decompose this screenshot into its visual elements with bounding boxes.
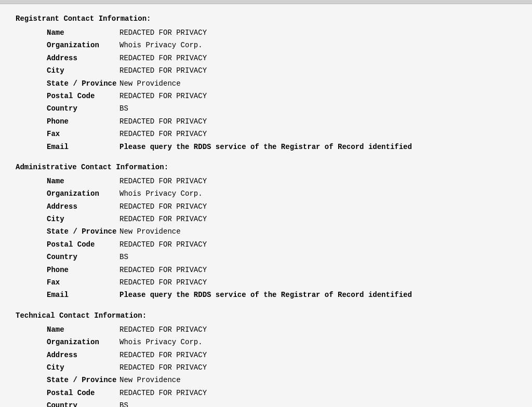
field-row: CityREDACTED FOR PRIVACY [16,65,516,76]
field-label-registrant-1: Organization [16,39,119,51]
field-row: CityREDACTED FOR PRIVACY [16,213,516,225]
field-label-administrative-7: Phone [16,264,119,276]
field-row: CountryBS [16,400,516,407]
field-row: Postal CodeREDACTED FOR PRIVACY [16,90,516,102]
field-value-administrative-1: Whois Privacy Corp. [119,188,203,199]
field-row: AddressREDACTED FOR PRIVACY [16,52,516,64]
field-row: NameREDACTED FOR PRIVACY [16,175,516,187]
field-value-registrant-5: REDACTED FOR PRIVACY [119,90,207,102]
page-container: Registrant Contact Information:NameREDAC… [0,0,532,407]
field-row: OrganizationWhois Privacy Corp. [16,39,516,51]
field-label-administrative-5: Postal Code [16,239,119,250]
field-row: CityREDACTED FOR PRIVACY [16,362,516,373]
content-area: Registrant Contact Information:NameREDAC… [0,4,532,407]
field-label-administrative-4: State / Province [16,226,119,237]
section-registrant: Registrant Contact Information:NameREDAC… [16,15,516,153]
field-value-administrative-9: Please query the RDDS service of the Reg… [119,289,412,301]
field-row: FaxREDACTED FOR PRIVACY [16,128,516,140]
field-value-registrant-8: REDACTED FOR PRIVACY [119,128,207,140]
field-row: State / ProvinceNew Providence [16,226,516,237]
field-row: EmailPlease query the RDDS service of th… [16,289,516,301]
field-value-technical-5: REDACTED FOR PRIVACY [119,387,207,399]
field-value-registrant-2: REDACTED FOR PRIVACY [119,52,207,64]
field-value-administrative-8: REDACTED FOR PRIVACY [119,277,207,288]
field-row: OrganizationWhois Privacy Corp. [16,188,516,199]
field-label-registrant-9: Email [16,141,119,153]
field-label-registrant-2: Address [16,52,119,64]
field-value-administrative-2: REDACTED FOR PRIVACY [119,201,207,212]
field-label-administrative-8: Fax [16,277,119,288]
field-label-technical-2: Address [16,349,119,361]
field-row: OrganizationWhois Privacy Corp. [16,336,516,348]
field-label-registrant-6: Country [16,103,119,114]
section-title-administrative: Administrative Contact Information: [16,163,516,171]
field-label-registrant-7: Phone [16,116,119,127]
field-row: FaxREDACTED FOR PRIVACY [16,277,516,288]
field-label-administrative-2: Address [16,201,119,212]
field-value-registrant-6: BS [119,103,128,114]
field-label-administrative-1: Organization [16,188,119,199]
field-value-administrative-5: REDACTED FOR PRIVACY [119,239,207,250]
field-label-registrant-3: City [16,65,119,76]
field-label-technical-5: Postal Code [16,387,119,399]
field-label-technical-1: Organization [16,336,119,348]
field-row: PhoneREDACTED FOR PRIVACY [16,116,516,127]
field-value-technical-4: New Providence [119,374,181,386]
top-bar [0,0,532,4]
field-row: State / ProvinceNew Providence [16,374,516,386]
field-row: PhoneREDACTED FOR PRIVACY [16,264,516,276]
field-value-technical-3: REDACTED FOR PRIVACY [119,362,207,373]
section-technical: Technical Contact Information:NameREDACT… [16,311,516,407]
field-value-registrant-7: REDACTED FOR PRIVACY [119,116,207,127]
field-row: NameREDACTED FOR PRIVACY [16,324,516,335]
field-label-registrant-4: State / Province [16,78,119,89]
field-label-administrative-6: Country [16,251,119,263]
field-label-administrative-9: Email [16,289,119,301]
field-value-administrative-6: BS [119,251,128,263]
field-value-technical-6: BS [119,400,128,407]
field-label-registrant-5: Postal Code [16,90,119,102]
field-value-registrant-0: REDACTED FOR PRIVACY [119,27,207,38]
field-value-technical-1: Whois Privacy Corp. [119,336,203,348]
field-row: AddressREDACTED FOR PRIVACY [16,349,516,361]
field-label-administrative-3: City [16,213,119,225]
field-row: AddressREDACTED FOR PRIVACY [16,201,516,212]
field-value-administrative-0: REDACTED FOR PRIVACY [119,175,207,187]
field-value-registrant-3: REDACTED FOR PRIVACY [119,65,207,76]
field-label-registrant-0: Name [16,27,119,38]
field-row: State / ProvinceNew Providence [16,78,516,89]
section-title-technical: Technical Contact Information: [16,311,516,320]
field-row: CountryBS [16,103,516,114]
field-label-registrant-8: Fax [16,128,119,140]
section-administrative: Administrative Contact Information:NameR… [16,163,516,301]
field-value-registrant-1: Whois Privacy Corp. [119,39,203,51]
field-value-technical-2: REDACTED FOR PRIVACY [119,349,207,361]
section-title-registrant: Registrant Contact Information: [16,15,516,23]
field-label-technical-0: Name [16,324,119,335]
field-label-technical-4: State / Province [16,374,119,386]
field-row: Postal CodeREDACTED FOR PRIVACY [16,387,516,399]
field-value-administrative-4: New Providence [119,226,181,237]
field-label-administrative-0: Name [16,175,119,187]
field-value-registrant-4: New Providence [119,78,181,89]
field-value-registrant-9: Please query the RDDS service of the Reg… [119,141,412,153]
field-row: NameREDACTED FOR PRIVACY [16,27,516,38]
field-row: EmailPlease query the RDDS service of th… [16,141,516,153]
field-label-technical-6: Country [16,400,119,407]
field-label-technical-3: City [16,362,119,373]
field-value-administrative-3: REDACTED FOR PRIVACY [119,213,207,225]
field-row: CountryBS [16,251,516,263]
field-value-administrative-7: REDACTED FOR PRIVACY [119,264,207,276]
field-row: Postal CodeREDACTED FOR PRIVACY [16,239,516,250]
field-value-technical-0: REDACTED FOR PRIVACY [119,324,207,335]
